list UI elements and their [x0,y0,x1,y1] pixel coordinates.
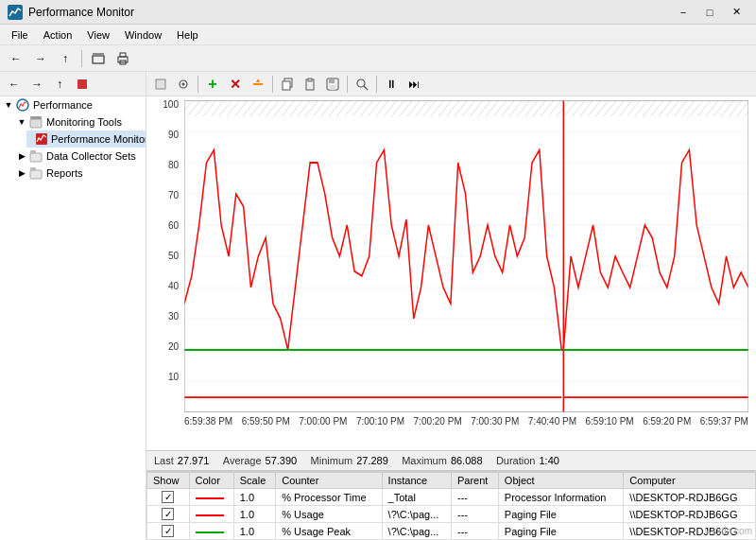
paste-button[interactable] [300,74,320,95]
row1-color [189,489,233,506]
row3-show[interactable]: ✓ [147,523,190,540]
menu-file[interactable]: File [4,27,36,43]
performance-monitor-icon [35,131,48,147]
expand-performance[interactable]: ▼ [2,98,15,112]
stat-maximum: Maximum 86.088 [402,455,489,466]
menu-view[interactable]: View [79,27,117,43]
x-label-0: 6:59:38 PM [184,416,232,427]
row2-instance: \?\C:\pag... [382,506,451,523]
tree-item-reports[interactable]: ▶ Reports [13,165,146,182]
col-computer: Computer [624,473,756,489]
svg-rect-11 [30,153,42,162]
y-label-60: 60 [168,221,179,231]
stat-minimum: Minimum 27.289 [311,455,395,466]
svg-rect-12 [30,150,36,153]
maximum-label: Maximum [402,455,447,466]
x-label-5: 7:00:30 PM [471,416,519,427]
y-axis: 100 90 80 70 60 50 40 30 20 10 [146,100,182,412]
svg-rect-6 [77,79,87,89]
menu-window[interactable]: Window [117,27,169,43]
tree-children-performance: ▼ Monitoring Tools ▶ [0,113,146,182]
row2-color [189,506,233,523]
expand-monitoring[interactable]: ▼ [15,115,28,129]
row3-checkbox[interactable]: ✓ [162,525,174,537]
row3-scale: 1.0 [233,523,276,540]
x-label-3: 7:00:10 PM [356,416,404,427]
chart-toolbar: + ✕ ⏸ ⏭ [146,72,756,96]
x-label-6: 7:40:40 PM [528,416,576,427]
duration-value: 1:40 [539,455,576,466]
y-label-90: 90 [168,131,179,140]
pause-button[interactable]: ⏸ [381,74,402,95]
expand-dcs[interactable]: ▶ [15,149,28,163]
minimum-label: Minimum [311,455,353,466]
add-counter-button[interactable]: + [202,74,223,95]
tree-item-performance-monitor[interactable]: ▶ Performance Monitor [26,131,146,148]
x-label-2: 7:00:00 PM [299,416,347,427]
highlight-button[interactable] [248,74,268,95]
tree-item-monitoring-tools[interactable]: ▼ Monitoring Tools [13,113,146,131]
duration-label: Duration [496,455,536,466]
stat-average: Average 57.390 [223,455,303,466]
row1-show[interactable]: ✓ [147,489,190,506]
sidebar-toolbar: ← → ↑ [0,72,146,96]
up-button[interactable]: ↑ [55,48,76,69]
stat-duration: Duration 1:40 [496,455,577,466]
svg-rect-8 [30,119,42,128]
row1-parent: --- [451,489,498,506]
svg-rect-26 [330,85,335,90]
save-button[interactable] [322,74,343,95]
y-label-50: 50 [168,252,179,261]
maximize-button[interactable]: □ [697,3,722,22]
print-button[interactable] [112,48,133,69]
stats-bar: Last 27.971 Average 57.390 Minimum 27.28… [146,450,756,471]
x-axis: 6:59:38 PM 6:59:50 PM 7:00:00 PM 7:00:10… [184,414,748,448]
forward-button[interactable]: → [30,48,51,69]
svg-rect-18 [253,83,263,85]
top-toolbar: ← → ↑ [0,45,756,72]
copy-button[interactable] [277,74,298,95]
watermark: wsxdn.com [705,526,752,536]
minimize-button[interactable]: − [671,3,696,22]
row1-counter: % Processor Time [276,489,382,506]
freeze-button[interactable] [150,74,171,95]
sidebar-up[interactable]: ↑ [49,74,70,95]
y-label-80: 80 [168,161,179,170]
svg-rect-15 [156,79,165,89]
row2-object: Paging File [498,506,623,523]
delete-counter-button[interactable]: ✕ [225,74,246,95]
menu-help[interactable]: Help [169,27,206,43]
tree-label-data-collector: Data Collector Sets [46,150,136,162]
row3-parent: --- [451,523,498,540]
stat-last: Last 27.971 [154,455,215,466]
y-label-10: 10 [168,373,179,382]
tree-item-performance[interactable]: ▼ Performance [0,96,146,113]
sidebar-show[interactable] [72,74,93,95]
row2-scale: 1.0 [233,506,276,523]
show-hide-button[interactable] [88,48,109,69]
close-button[interactable]: ✕ [724,3,748,22]
table-header: Show Color Scale Counter Instance Parent… [147,473,756,489]
sidebar-back[interactable]: ← [4,74,25,95]
row2-checkbox[interactable]: ✓ [162,508,174,520]
row2-show[interactable]: ✓ [147,506,190,523]
search-button[interactable] [352,74,372,95]
app-icon [8,5,23,20]
col-parent: Parent [451,473,498,489]
svg-rect-21 [283,81,290,90]
data-collector-icon [28,148,43,164]
sidebar-forward[interactable]: → [26,74,47,95]
row1-computer: \\DESKTOP-RDJB6GG [624,489,756,506]
back-button[interactable]: ← [6,48,26,69]
row3-object: Paging File [498,523,623,540]
menu-action[interactable]: Action [36,27,80,43]
data-table: Show Color Scale Counter Instance Parent… [146,472,756,540]
next-button[interactable]: ⏭ [404,74,424,95]
properties-button[interactable] [173,74,194,95]
row3-counter: % Usage Peak [276,523,382,540]
tree-item-data-collector-sets[interactable]: ▶ Data Collector Sets [13,148,146,165]
row1-checkbox[interactable]: ✓ [162,491,174,503]
row1-scale: 1.0 [233,489,276,506]
expand-reports[interactable]: ▶ [15,166,28,180]
content-area: + ✕ ⏸ ⏭ [146,72,756,540]
